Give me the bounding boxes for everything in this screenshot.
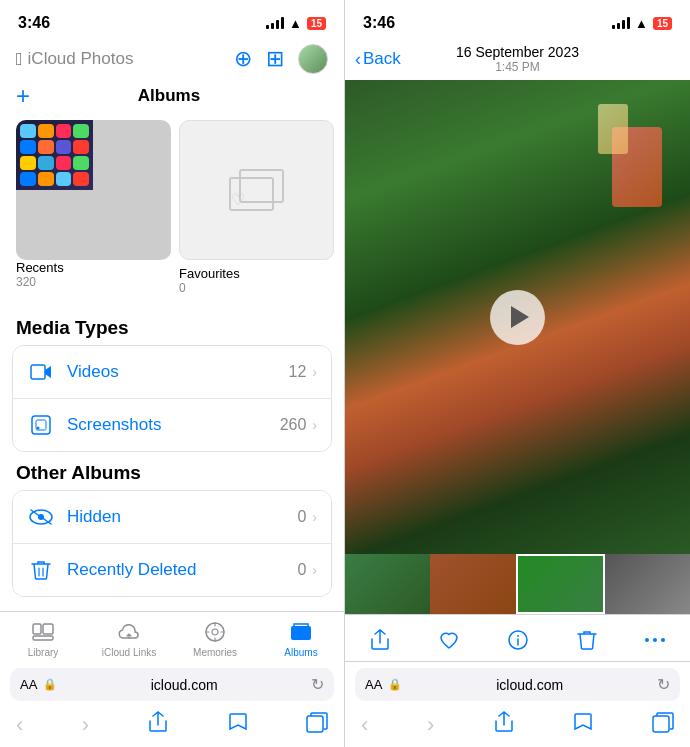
share-action-button[interactable] xyxy=(359,625,401,655)
albums-grid: Recents 320 ♡ Favourites 0 xyxy=(0,116,344,299)
video-decoration2 xyxy=(598,104,628,154)
albums-title-bar: + Albums xyxy=(0,82,344,116)
media-types-list: Videos 12 › Screenshots 260 › xyxy=(12,345,332,452)
reload-button[interactable]: ↻ xyxy=(657,675,670,694)
browser-address-bar[interactable]: AA 🔒 icloud.com ↻ xyxy=(10,668,334,701)
chevron-right-icon: › xyxy=(312,509,317,525)
album-favourites[interactable]: ♡ Favourites 0 xyxy=(175,116,338,299)
play-button[interactable] xyxy=(490,290,545,345)
left-time: 3:46 xyxy=(18,14,50,32)
tabs-button[interactable] xyxy=(306,711,328,739)
reload-button[interactable]: ↻ xyxy=(311,675,324,694)
svg-point-18 xyxy=(517,635,519,637)
right-time: 3:46 xyxy=(363,14,395,32)
bookmarks-button[interactable] xyxy=(228,711,248,739)
tab-library[interactable]: Library xyxy=(0,620,86,658)
album-count: 0 xyxy=(179,281,334,295)
album-count: 320 xyxy=(16,275,171,289)
videos-count: 12 xyxy=(289,363,307,381)
video-background xyxy=(345,80,690,554)
url-display[interactable]: icloud.com xyxy=(408,677,651,693)
svg-point-3 xyxy=(37,427,40,430)
tab-memories[interactable]: Memories xyxy=(172,620,258,658)
tab-icloud-links[interactable]: iCloud Links xyxy=(86,620,172,658)
thumb-4[interactable] xyxy=(605,554,690,614)
album-name: Favourites xyxy=(179,266,334,281)
tabs-icon xyxy=(652,711,674,733)
thumb-2[interactable] xyxy=(430,554,515,614)
back-label: Back xyxy=(363,49,401,69)
thumb-1[interactable] xyxy=(345,554,430,614)
tab-albums[interactable]: Albums xyxy=(258,620,344,658)
nav-time: 1:45 PM xyxy=(456,60,579,74)
share-button[interactable] xyxy=(147,711,169,739)
cloud-icon xyxy=(117,620,141,644)
forward-button[interactable]: › xyxy=(427,712,434,738)
album-recents[interactable]: Recents 320 xyxy=(12,116,175,299)
recents-thumbnail xyxy=(16,120,171,260)
app-title: iCloud Photos xyxy=(28,49,134,69)
left-panel: 3:46 ▲ 15  iCloud Photos ⊕ ⊞ + A xyxy=(0,0,345,747)
tabs-icon xyxy=(306,711,328,733)
svg-rect-1 xyxy=(32,416,50,434)
svg-rect-14 xyxy=(291,626,311,640)
url-display[interactable]: icloud.com xyxy=(63,677,305,693)
hidden-item[interactable]: Hidden 0 › xyxy=(13,491,331,544)
app-icon xyxy=(56,156,72,170)
left-status-icons: ▲ 15 xyxy=(266,16,326,31)
thumb-3[interactable] xyxy=(516,554,605,614)
lock-icon: 🔒 xyxy=(43,678,57,691)
albums-icon xyxy=(289,620,313,644)
thumbnail-strip xyxy=(345,554,690,614)
signal-bar-4 xyxy=(281,17,284,29)
apple-icon:  xyxy=(16,49,23,70)
avatar[interactable] xyxy=(298,44,328,74)
left-status-bar: 3:46 ▲ 15 xyxy=(0,0,344,40)
tab-icloud-links-label: iCloud Links xyxy=(102,647,156,658)
tab-memories-label: Memories xyxy=(193,647,237,658)
hidden-count: 0 xyxy=(297,508,306,526)
back-button[interactable]: ‹ xyxy=(16,712,23,738)
icloud-label: iCloud xyxy=(28,49,76,68)
albums-title: Albums xyxy=(138,86,200,106)
videos-item[interactable]: Videos 12 › xyxy=(13,346,331,399)
right-browser-section: AA 🔒 icloud.com ↻ ‹ › xyxy=(345,661,690,747)
icloud-logo:  iCloud Photos xyxy=(16,49,133,70)
video-content[interactable] xyxy=(345,80,690,554)
app-icon xyxy=(56,124,72,138)
screenshots-item[interactable]: Screenshots 260 › xyxy=(13,399,331,451)
heart-icon xyxy=(438,629,460,651)
back-button[interactable]: ‹ xyxy=(361,712,368,738)
svg-rect-22 xyxy=(653,716,669,732)
video-icon xyxy=(27,358,55,386)
right-browser-nav: ‹ › xyxy=(345,707,690,747)
share-button[interactable] xyxy=(493,711,515,739)
add-circle-button[interactable]: ⊕ xyxy=(234,46,252,72)
grid-view-button[interactable]: ⊞ xyxy=(266,46,284,72)
share-icon xyxy=(493,711,515,733)
more-action-button[interactable] xyxy=(634,633,676,647)
recently-deleted-item[interactable]: Recently Deleted 0 › xyxy=(13,544,331,596)
signal-bar-1 xyxy=(266,25,269,29)
right-address-bar[interactable]: AA 🔒 icloud.com ↻ xyxy=(355,668,680,701)
chevron-right-icon: › xyxy=(312,562,317,578)
delete-action-button[interactable] xyxy=(567,625,607,655)
tabs-button[interactable] xyxy=(652,711,674,739)
photos-label: Photos xyxy=(76,49,134,68)
favourite-action-button[interactable] xyxy=(428,625,470,655)
forward-button[interactable]: › xyxy=(82,712,89,738)
screenshots-count: 260 xyxy=(280,416,307,434)
left-scroll-content: Recents 320 ♡ Favourites 0 xyxy=(0,116,344,611)
app-icon xyxy=(56,140,72,154)
back-button[interactable]: ‹ Back xyxy=(355,49,401,70)
info-action-button[interactable] xyxy=(497,625,539,655)
add-album-button[interactable]: + xyxy=(16,84,30,108)
signal-icon xyxy=(612,17,630,29)
wifi-icon: ▲ xyxy=(289,16,302,31)
text-size-button[interactable]: AA xyxy=(20,677,37,692)
signal-bar-4 xyxy=(627,17,630,29)
svg-point-20 xyxy=(653,638,657,642)
bookmarks-button[interactable] xyxy=(573,711,593,739)
text-size-button[interactable]: AA xyxy=(365,677,382,692)
battery-indicator: 15 xyxy=(307,17,326,30)
